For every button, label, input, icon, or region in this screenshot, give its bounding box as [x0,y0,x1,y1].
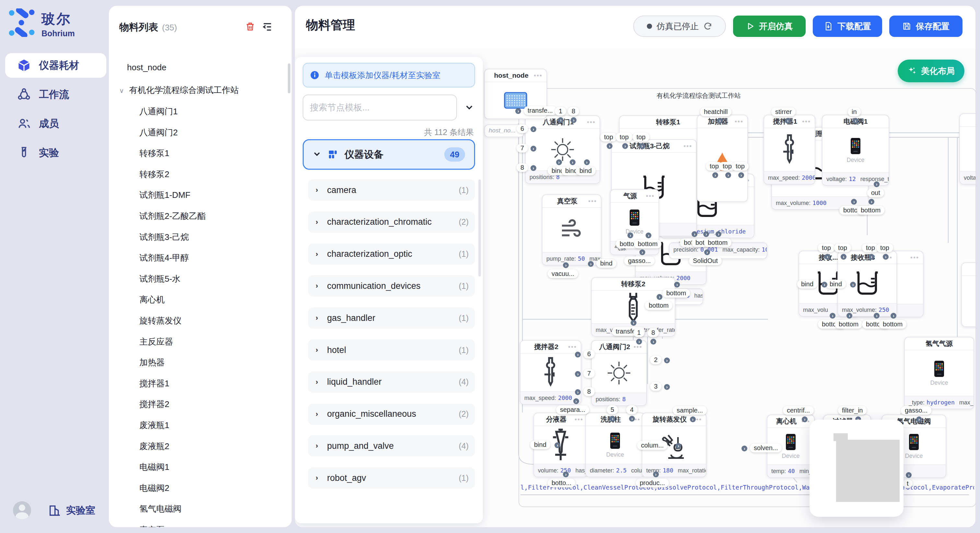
port-chip-bind[interactable]: bind [596,259,616,268]
port-chip-botto[interactable]: botto... [548,479,575,487]
port-dot[interactable]: › [690,416,696,422]
port-chip-SolidOut[interactable]: SolidOut [689,257,722,265]
category-row-characterization_optic[interactable]: ›characterization_optic(1) [308,244,475,265]
beautify-layout-button[interactable]: 美化布局 [898,60,964,82]
port-chip-7[interactable]: 7 [583,369,595,378]
node-接收瓶3[interactable]: 接收瓶3•••max_volume:250 [837,251,897,317]
port-chip-3[interactable]: 3 [650,382,662,391]
node-menu-icon[interactable]: ••• [910,254,919,261]
category-row-gas_handler[interactable]: ›gas_handler(1) [308,307,475,329]
category-row-communication_devices[interactable]: ›communication_devices(1) [308,275,475,297]
tree-item[interactable]: 电磁阀1 [139,460,169,473]
port-dot[interactable]: › [530,146,536,152]
port-chip-t[interactable]: t [903,479,913,488]
lab-switcher[interactable]: 实验室 [66,504,95,517]
port-chip-bottom[interactable]: bottom [835,320,862,329]
node-menu-icon[interactable]: ••• [574,416,583,423]
save-config-button[interactable]: 保存配置 [889,16,963,37]
category-row-characterization_chromatic[interactable]: ›characterization_chromatic(2) [308,211,475,233]
category-group-instruments[interactable]: 仪器设备 49 [303,139,475,170]
port-chip-gasso[interactable]: gasso... [624,257,655,265]
chevron-down-icon[interactable]: ∨ [119,87,124,94]
port-chip-6[interactable]: 6 [517,124,528,133]
port-dot[interactable]: › [575,352,581,357]
port-dot[interactable]: › [741,446,747,451]
port-chip-bottom[interactable]: bottom [662,289,690,298]
port-chip-6[interactable]: 6 [583,350,595,359]
avatar[interactable] [13,501,31,519]
port-dot[interactable]: › [530,165,536,171]
tree-item-host-node[interactable]: host_node [127,61,166,74]
port-chip-bind[interactable]: bind [797,280,817,289]
tree-item[interactable]: 试剂瓶1-DMF [139,189,190,201]
tree-item[interactable]: 电磁阀2 [139,482,169,495]
port-dot[interactable]: › [717,118,723,124]
node-真空泵[interactable]: 真空泵•••pump_rate:50max_vacuum:0.1 [542,194,601,265]
port-chip-solven[interactable]: solven... [750,444,782,452]
port-chip-bottom[interactable]: bottom [634,240,662,248]
tree-group-workstation[interactable]: ∨有机化学流程综合测试工作站 [119,84,239,97]
port-chip-top[interactable]: top [600,133,617,141]
materials-scrollbar[interactable] [288,63,290,93]
category-row-robot_agv[interactable]: ›robot_agv(1) [308,467,475,489]
port-chip-2[interactable]: 2 [650,355,662,364]
tree-item[interactable]: 氢气电磁阀 [139,502,181,515]
node-搅拌器1[interactable]: 搅拌器1•••max_speed:2000 [764,115,815,185]
collapse-all-icon[interactable] [465,102,474,114]
port-chip-top[interactable]: top [876,244,893,252]
port-chip-bind[interactable]: bind [826,280,846,289]
start-simulation-button[interactable]: 开启仿真 [733,16,806,37]
port-chip-out[interactable]: out [867,189,884,197]
port-dot[interactable]: › [584,159,590,165]
tree-item[interactable]: 废液瓶1 [139,419,169,431]
node-menu-icon[interactable]: ••• [735,118,743,125]
port-dot[interactable]: › [653,471,659,477]
tree-item[interactable]: 转移泵1 [139,147,169,160]
port-chip-top[interactable]: top [818,244,835,252]
port-chip-centrif[interactable]: centrif... [783,406,814,415]
download-config-button[interactable]: 下载配置 [813,16,882,37]
tree-item[interactable]: 真空泵 [139,523,165,527]
port-chip-top[interactable]: top [732,162,749,171]
node-menu-icon[interactable]: ••• [587,119,596,126]
category-row-organic_miscellaneous[interactable]: ›organic_miscellaneous(2) [308,403,475,425]
node-氢气气源[interactable]: 氢气气源Device_type:hydrogenmax_pre [904,337,974,409]
node-menu-icon[interactable]: ••• [684,143,692,150]
tree-item[interactable]: 搅拌器2 [139,398,169,411]
port-dot[interactable]: › [802,416,808,422]
tree-item[interactable]: 主反应器 [139,335,173,348]
port-chip-heatchill[interactable]: heatchill [700,108,732,116]
tree-item[interactable]: 试剂瓶2-乙酸乙酯 [139,209,206,222]
port-chip-sample[interactable]: sample... [673,406,707,415]
node-fragment[interactable]: Devicevoltage:12 [959,113,975,185]
category-row-hotel[interactable]: ›hotel(1) [308,339,475,361]
port-dot[interactable]: › [575,371,581,377]
delete-icon[interactable] [245,21,255,32]
port-chip-8[interactable]: 8 [568,107,579,116]
node-menu-icon[interactable]: ••• [568,343,577,351]
port-chip-8[interactable]: 8 [583,387,595,396]
port-dot[interactable]: › [664,384,670,390]
collapse-list-icon[interactable] [262,21,273,32]
port-dot[interactable]: › [853,118,859,124]
port-dot[interactable]: › [575,389,581,395]
port-chip-filter_in[interactable]: filter_in [838,406,867,415]
template-scrollbar[interactable] [478,179,481,276]
port-chip-1[interactable]: 1 [555,107,566,116]
node-洗脱柱[interactable]: 洗脱柱•••Devicediameter:2.5column_type:si [585,412,645,477]
tree-item[interactable]: 八通阀门2 [139,126,178,139]
node-fragment[interactable] [961,262,975,327]
node-搅拌器2[interactable]: 搅拌器2•••max_speed:2000 [520,340,581,405]
port-dot[interactable]: › [530,126,536,132]
tree-item[interactable]: 试剂瓶3-己烷 [139,230,189,244]
port-chip-top[interactable]: top [633,133,649,141]
port-chip-stirrer[interactable]: stirrer [771,108,795,116]
node-电磁阀1[interactable]: 电磁阀1Devicevoltage:12response_time:0.1 [822,115,889,186]
tree-item[interactable]: 转移泵2 [139,168,169,181]
port-dot[interactable]: › [556,159,562,165]
tree-item[interactable]: 加热器 [139,356,165,369]
node-menu-icon[interactable]: ••• [646,192,655,200]
port-chip-1[interactable]: 1 [633,328,644,337]
tree-item[interactable]: 试剂瓶4-甲醇 [139,251,189,264]
refresh-icon[interactable] [703,22,712,31]
